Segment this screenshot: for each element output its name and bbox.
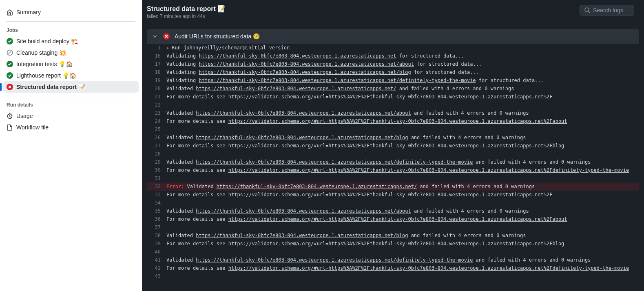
- log-line: 17Validating https://thankful-sky-0bfc7e…: [147, 60, 639, 68]
- log-line: 29Validated https://thankful-sky-0bfc7e8…: [147, 158, 639, 166]
- log-link[interactable]: https://thankful-sky-0bfc7e803-804.weste…: [196, 159, 473, 165]
- log-link[interactable]: https://thankful-sky-0bfc7e803-804.weste…: [217, 184, 417, 189]
- line-number: 1: [147, 44, 166, 52]
- line-number: 22: [147, 101, 166, 109]
- log-line: 22: [147, 101, 639, 109]
- log-line: 16Validating https://thankful-sky-0bfc7e…: [147, 52, 639, 60]
- line-text: Validating https://thankful-sky-0bfc7e80…: [166, 76, 639, 84]
- log-line: 38Validated https://thankful-sky-0bfc7e8…: [147, 231, 639, 240]
- line-text: Validating https://thankful-sky-0bfc7e80…: [166, 68, 639, 76]
- line-text: [166, 248, 639, 256]
- line-number: 29: [147, 158, 166, 166]
- log-link[interactable]: https://validator.schema.org/#url=https%…: [228, 192, 553, 198]
- sidebar-workflow-file[interactable]: Workflow file: [3, 122, 139, 133]
- log-line: 32Error: Validated https://thankful-sky-…: [147, 182, 639, 191]
- line-number: 28: [147, 150, 166, 158]
- line-text: For more details see https://validator.s…: [166, 215, 639, 223]
- line-text: For more details see https://validator.s…: [166, 264, 639, 272]
- log-link[interactable]: https://thankful-sky-0bfc7e803-804.weste…: [196, 208, 411, 214]
- line-text: Validated https://thankful-sky-0bfc7e803…: [166, 256, 639, 264]
- line-number: 33: [147, 191, 166, 199]
- caret-icon[interactable]: ▸: [166, 45, 169, 51]
- sidebar-summary[interactable]: Summary: [3, 7, 139, 18]
- line-number: 34: [147, 199, 166, 207]
- line-number: 23: [147, 109, 166, 117]
- line-text: [166, 101, 639, 109]
- sidebar-job-item[interactable]: Cleanup staging 💥: [3, 47, 139, 58]
- sidebar-job-item[interactable]: Lighthouse report 💡🏠: [3, 70, 139, 81]
- sidebar-item-label: Structured data report 📝: [16, 84, 85, 90]
- file-icon: [7, 124, 13, 131]
- line-text: Validating https://thankful-sky-0bfc7e80…: [166, 52, 639, 60]
- log-link[interactable]: https://thankful-sky-0bfc7e803-804.weste…: [196, 110, 411, 116]
- line-number: 21: [147, 93, 166, 101]
- jobs-heading: Jobs: [3, 25, 139, 36]
- chevron-down-icon: [152, 33, 158, 40]
- line-text: Validating https://thankful-sky-0bfc7e80…: [166, 60, 639, 68]
- log-link[interactable]: https://validator.schema.org/#url=https%…: [228, 118, 567, 124]
- log-link[interactable]: https://validator.schema.org/#url=https%…: [228, 94, 553, 100]
- log-link[interactable]: https://thankful-sky-0bfc7e803-804.weste…: [196, 257, 473, 263]
- log-link[interactable]: https://thankful-sky-0bfc7e803-804.weste…: [196, 233, 408, 238]
- line-number: 38: [147, 231, 166, 240]
- log-line: 41Validated https://thankful-sky-0bfc7e8…: [147, 256, 639, 264]
- x-circle-icon: [163, 33, 170, 40]
- sidebar-item-label: Site build and deploy 🏗️: [16, 38, 78, 44]
- step-header[interactable]: Audit URLs for structured data 🧐: [147, 29, 639, 44]
- skip-icon: [7, 49, 13, 56]
- sidebar-job-item[interactable]: Site build and deploy 🏗️: [3, 36, 139, 47]
- sidebar-job-item[interactable]: Structured data report 📝: [3, 81, 139, 93]
- line-text: Validated https://thankful-sky-0bfc7e803…: [166, 133, 639, 142]
- main-header: Structured data report 📝 failed 7 minute…: [142, 0, 644, 24]
- home-icon: [7, 9, 13, 16]
- search-input[interactable]: [593, 7, 630, 13]
- log-line: 26Validated https://thankful-sky-0bfc7e8…: [147, 133, 639, 142]
- page-title: Structured data report 📝: [147, 5, 226, 13]
- line-number: 39: [147, 240, 166, 248]
- x-circle-icon: [7, 84, 13, 90]
- search-logs[interactable]: [580, 5, 634, 16]
- line-number: 40: [147, 248, 166, 256]
- line-text: For more details see https://validator.s…: [166, 117, 639, 125]
- sidebar-item-label: Integration tests 💡🏠: [16, 61, 73, 67]
- line-text: [166, 174, 639, 182]
- line-text: For more details see https://validator.s…: [166, 191, 639, 199]
- log-link[interactable]: https://thankful-sky-0bfc7e803-804.weste…: [196, 86, 396, 91]
- line-text: ▸Run johnnyreilly/schemar@initial-versio…: [166, 44, 639, 52]
- log-line: 19Validating https://thankful-sky-0bfc7e…: [147, 76, 639, 84]
- line-number: 37: [147, 223, 166, 231]
- line-number: 17: [147, 60, 166, 68]
- log-link[interactable]: https://validator.schema.org/#url=https%…: [228, 167, 629, 173]
- log-line: 18Validating https://thankful-sky-0bfc7e…: [147, 68, 639, 76]
- step-title: Audit URLs for structured data 🧐: [175, 33, 260, 40]
- log-link[interactable]: https://thankful-sky-0bfc7e803-804.weste…: [199, 61, 414, 67]
- search-icon: [584, 7, 591, 13]
- sidebar-item-label: Summary: [16, 9, 41, 16]
- sidebar-job-item[interactable]: Integration tests 💡🏠: [3, 58, 139, 70]
- divider: [7, 21, 135, 22]
- log-line: 37: [147, 223, 639, 231]
- sidebar-item-label: Cleanup staging 💥: [16, 49, 66, 56]
- line-text: Error: Validated https://thankful-sky-0b…: [166, 182, 639, 191]
- sidebar-usage[interactable]: Usage: [3, 110, 139, 122]
- line-number: 36: [147, 215, 166, 223]
- line-text: Validated https://thankful-sky-0bfc7e803…: [166, 84, 639, 93]
- log-link[interactable]: https://thankful-sky-0bfc7e803-804.weste…: [196, 135, 408, 140]
- line-number: 32: [147, 182, 166, 191]
- log-link[interactable]: https://thankful-sky-0bfc7e803-804.weste…: [199, 53, 396, 59]
- sidebar: Summary Jobs Site build and deploy 🏗️Cle…: [0, 0, 142, 291]
- line-number: 30: [147, 166, 166, 174]
- error-label: Error:: [166, 184, 184, 189]
- log-link[interactable]: https://validator.schema.org/#url=https%…: [228, 241, 564, 247]
- log-line: 24For more details see https://validator…: [147, 117, 639, 125]
- log-link[interactable]: https://validator.schema.org/#url=https%…: [228, 216, 567, 222]
- log-link[interactable]: https://thankful-sky-0bfc7e803-804.weste…: [199, 78, 476, 83]
- log-link[interactable]: https://validator.schema.org/#url=https%…: [228, 143, 564, 149]
- log-link[interactable]: https://validator.schema.org/#url=https%…: [228, 265, 629, 271]
- line-number: 31: [147, 174, 166, 182]
- sidebar-item-label: Workflow file: [16, 124, 49, 131]
- log-output[interactable]: 1▸Run johnnyreilly/schemar@initial-versi…: [147, 44, 639, 291]
- log-link[interactable]: https://thankful-sky-0bfc7e803-804.weste…: [199, 69, 411, 75]
- log-line: 43: [147, 272, 639, 280]
- line-number: 41: [147, 256, 166, 264]
